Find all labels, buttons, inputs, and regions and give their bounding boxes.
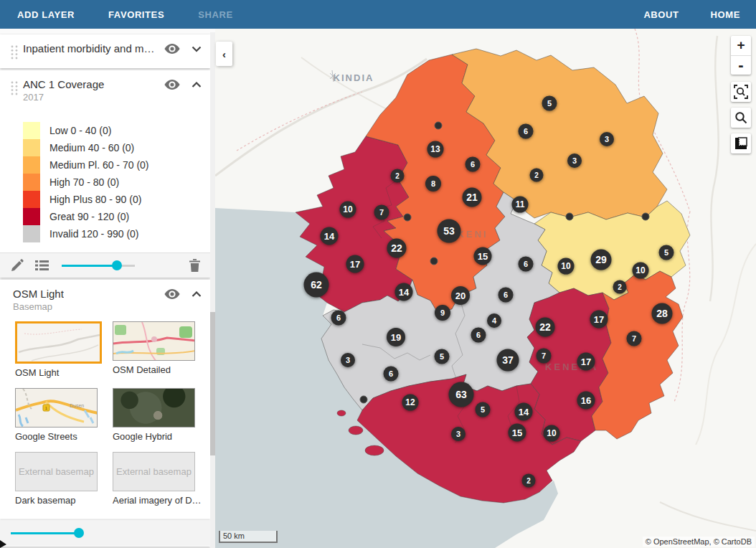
map-marker-19[interactable]: 19 [387,328,405,346]
basemap-thumb-google_hybrid[interactable] [113,388,195,427]
district-kailahun[interactable] [592,271,683,439]
zoom-to-content-button[interactable] [731,82,751,102]
favorites-button[interactable]: FAVORITES [108,9,164,20]
map-marker-10[interactable]: 10 [633,263,649,279]
map-marker-28[interactable]: 28 [652,303,673,324]
map-marker-15[interactable]: 15 [509,424,526,442]
map-marker-3[interactable]: 3 [567,153,582,168]
facility-dot[interactable] [642,213,649,220]
map-marker-2[interactable]: 2 [530,169,544,182]
map-canvas[interactable]: KINDIAMAKENIKENEMA 210714221762136821535… [215,29,756,548]
visibility-eye-icon[interactable] [164,44,180,54]
map-marker-12[interactable]: 12 [402,395,419,411]
map-marker-7[interactable]: 7 [374,205,389,220]
about-button[interactable]: ABOUT [643,9,679,20]
basemap-thumb-osm_light[interactable] [15,321,102,364]
map-marker-3[interactable]: 3 [600,132,614,146]
map-marker-16[interactable]: 16 [577,392,595,410]
map-marker-2[interactable]: 2 [522,474,536,488]
layer-opacity-slider[interactable] [62,260,135,270]
map-marker-17[interactable]: 17 [590,311,608,329]
svg-text:3: 3 [572,156,577,165]
edit-pencil-icon[interactable] [10,259,24,273]
chevron-down-icon[interactable] [192,46,202,52]
map-marker-11[interactable]: 11 [512,197,529,213]
map-marker-7[interactable]: 7 [627,331,642,346]
map-marker-22[interactable]: 22 [536,318,555,337]
map-marker-10[interactable]: 10 [544,425,560,442]
drag-handle-icon[interactable] [9,44,20,60]
map-marker-14[interactable]: 14 [395,283,413,301]
map-marker-5[interactable]: 5 [476,402,491,417]
island[interactable] [337,410,346,416]
share-button[interactable]: SHARE [198,9,233,20]
sierra-leone-map[interactable]: KINDIAMAKENIKENEMA 210714221762136821535… [215,29,756,548]
drag-handle-icon[interactable] [9,80,20,96]
map-marker-5[interactable]: 5 [435,349,450,364]
map-marker-22[interactable]: 22 [387,239,407,258]
data-table-icon[interactable] [35,260,49,271]
basemap-thumb-google_streets[interactable]: 1Dusen [15,388,98,427]
facility-dot[interactable] [360,396,367,403]
delete-trash-icon[interactable] [189,259,200,272]
map-marker-21[interactable]: 21 [463,188,482,207]
map-marker-37[interactable]: 37 [497,349,519,372]
map-marker-10[interactable]: 10 [340,202,356,218]
panel-collapse-button[interactable]: ‹ [216,42,232,66]
visibility-eye-icon[interactable] [164,80,180,90]
map-marker-4[interactable]: 4 [487,313,501,328]
map-marker-17[interactable]: 17 [346,255,364,273]
map-marker-13[interactable]: 13 [427,141,444,158]
island[interactable] [365,445,384,455]
basemap-opacity-slider[interactable] [11,528,84,538]
map-marker-6[interactable]: 6 [471,328,486,343]
map-marker-8[interactable]: 8 [425,176,441,192]
map-marker-62[interactable]: 62 [304,273,329,298]
chevron-up-icon[interactable] [192,82,202,88]
basemap-thumb-osm_detailed[interactable] [113,321,195,361]
search-button[interactable] [731,108,751,128]
map-marker-10[interactable]: 10 [558,258,575,275]
zoom-out-button[interactable]: - [731,55,751,75]
map-marker-7[interactable]: 7 [537,349,552,364]
facility-dot[interactable] [435,122,442,129]
map-marker-9[interactable]: 9 [435,305,450,321]
legend-item: Invalid 120 - 990 (0) [23,225,210,242]
map-marker-14[interactable]: 14 [515,403,533,421]
panel-scrollbar-thumb[interactable] [210,312,215,455]
map-marker-3[interactable]: 3 [451,427,466,441]
facility-dot[interactable] [404,214,411,221]
map-marker-17[interactable]: 17 [577,353,595,371]
facility-dot[interactable] [566,213,573,220]
basemap-thumb-external[interactable]: External basemap [15,452,98,491]
chevron-up-icon[interactable] [192,291,202,298]
zoom-in-button[interactable]: + [731,36,751,55]
map-marker-6[interactable]: 6 [519,257,534,272]
map-marker-20[interactable]: 20 [451,286,470,305]
map-marker-2[interactable]: 2 [391,169,405,183]
island[interactable] [349,426,363,435]
map-marker-6[interactable]: 6 [331,311,346,326]
map-marker-3[interactable]: 3 [341,353,355,367]
home-button[interactable]: HOME [711,9,740,20]
basemap-thumb-item: Google Hybrid [113,388,205,452]
map-marker-29[interactable]: 29 [591,250,612,270]
map-marker-63[interactable]: 63 [449,382,474,407]
map-marker-53[interactable]: 53 [438,219,461,243]
map-marker-5[interactable]: 5 [542,96,557,111]
map-marker-5[interactable]: 5 [659,245,674,260]
map-marker-14[interactable]: 14 [321,227,339,245]
map-marker-6[interactable]: 6 [519,124,534,139]
map-marker-6[interactable]: 6 [499,288,514,303]
map-marker-15[interactable]: 15 [474,247,492,265]
measure-button[interactable] [731,133,751,153]
map-marker-2[interactable]: 2 [613,280,627,294]
layer-title: ANC 1 Coverage [23,78,104,90]
map-marker-6[interactable]: 6 [466,157,481,172]
visibility-eye-icon[interactable] [164,289,180,299]
legend-swatch [23,174,40,191]
basemap-thumb-external[interactable]: External basemap [113,452,195,491]
add-layer-button[interactable]: ADD LAYER [17,9,75,20]
map-marker-6[interactable]: 6 [384,367,399,382]
facility-dot[interactable] [430,258,438,265]
